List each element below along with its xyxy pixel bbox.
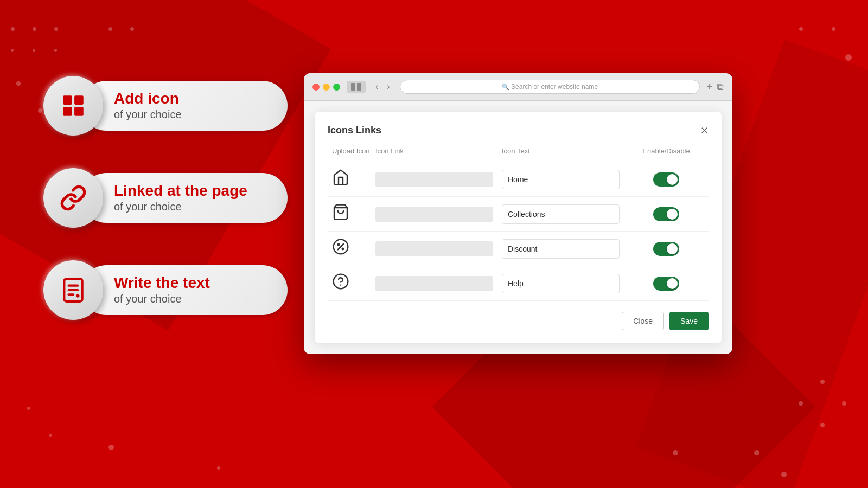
grid-icon [60, 92, 87, 119]
back-button[interactable]: ‹ [372, 81, 381, 93]
browser-toolbar: ‹ › 🔍 Search or enter website name + ⧉ [304, 73, 732, 101]
add-icon-title: Add icon [114, 91, 271, 107]
close-button[interactable]: Close [622, 312, 664, 330]
table-row: Collections [328, 197, 709, 232]
collections-toggle[interactable] [653, 207, 679, 221]
home-toggle[interactable] [653, 172, 679, 187]
help-text-value: Help [508, 279, 524, 288]
add-icon-circle [43, 76, 103, 136]
home-link-bar[interactable] [375, 172, 493, 187]
col-enable-disable: Enable/Disable [628, 147, 704, 155]
home-text-input[interactable]: Home [502, 170, 620, 189]
help-icon [332, 273, 375, 294]
collections-link-bar[interactable] [375, 207, 493, 222]
browser-window: ‹ › 🔍 Search or enter website name + ⧉ I… [304, 73, 732, 354]
help-toggle[interactable] [653, 277, 679, 291]
add-icon-pill: Add icon of your choice [81, 81, 288, 131]
layout-button[interactable] [347, 81, 366, 93]
discount-icon [332, 238, 375, 259]
linked-page-card: Linked at the page of your choice [43, 168, 288, 228]
svg-point-11 [338, 244, 340, 246]
address-bar-text: Search or enter website name [511, 83, 598, 91]
collections-text-input[interactable]: Collections [502, 204, 620, 224]
linked-page-circle [43, 168, 103, 228]
nav-buttons: ‹ › [372, 81, 393, 93]
collections-toggle-container [628, 207, 704, 221]
table-header: Upload Icon Icon Link Icon Text Enable/D… [328, 147, 709, 162]
linked-page-title: Linked at the page [114, 183, 271, 200]
discount-toggle[interactable] [653, 242, 679, 256]
shopping-bag-icon [332, 203, 375, 224]
table-row: Discount [328, 232, 709, 266]
col-upload-icon: Upload Icon [332, 147, 375, 155]
link-icon [60, 184, 87, 211]
add-icon-card: Add icon of your choice [43, 76, 288, 136]
modal-title: Icons Links [328, 125, 381, 136]
home-toggle-container [628, 172, 704, 187]
copy-button[interactable]: ⧉ [717, 81, 724, 93]
svg-rect-1 [74, 95, 84, 105]
col-icon-link: Icon Link [375, 147, 502, 155]
svg-point-13 [334, 274, 348, 289]
write-text-card: Write the text of your choice [43, 260, 288, 320]
traffic-light-green[interactable] [333, 84, 340, 91]
forward-button[interactable]: › [384, 81, 393, 93]
discount-link-bar[interactable] [375, 241, 493, 256]
write-text-subtitle: of your choice [114, 293, 271, 305]
save-button[interactable]: Save [669, 312, 709, 330]
help-link-bar[interactable] [375, 276, 493, 291]
help-text-input[interactable]: Help [502, 274, 620, 293]
modal-close-button[interactable]: ✕ [700, 126, 709, 136]
document-icon [60, 277, 87, 304]
traffic-light-yellow[interactable] [323, 84, 330, 91]
modal-header: Icons Links ✕ [328, 125, 709, 136]
home-icon [332, 169, 375, 190]
linked-page-pill: Linked at the page of your choice [81, 173, 288, 223]
new-tab-button[interactable]: + [706, 81, 712, 93]
home-text-value: Home [508, 175, 528, 184]
traffic-light-red[interactable] [312, 84, 320, 91]
modal-footer: Close Save [328, 312, 709, 330]
write-text-pill: Write the text of your choice [81, 265, 288, 315]
table-row: Help [328, 266, 709, 301]
icons-links-modal: Icons Links ✕ Upload Icon Icon Link Icon… [315, 112, 722, 343]
address-bar[interactable]: 🔍 Search or enter website name [400, 80, 700, 94]
add-icon-subtitle: of your choice [114, 108, 271, 121]
icons-table: Upload Icon Icon Link Icon Text Enable/D… [328, 147, 709, 301]
svg-rect-0 [63, 95, 72, 105]
write-text-circle [43, 260, 103, 320]
linked-page-subtitle: of your choice [114, 201, 271, 213]
svg-rect-3 [74, 107, 84, 116]
svg-point-12 [342, 248, 344, 250]
col-icon-text: Icon Text [502, 147, 628, 155]
write-text-title: Write the text [114, 275, 271, 292]
help-toggle-container [628, 277, 704, 291]
discount-toggle-container [628, 242, 704, 256]
collections-text-value: Collections [508, 210, 545, 219]
discount-text-value: Discount [508, 245, 537, 253]
table-row: Home [328, 162, 709, 197]
feature-cards-section: Add icon of your choice Linked at the pa… [43, 76, 288, 320]
browser-actions: + ⧉ [706, 81, 724, 93]
discount-text-input[interactable]: Discount [502, 239, 620, 259]
svg-rect-2 [63, 107, 72, 116]
traffic-lights [312, 84, 340, 91]
